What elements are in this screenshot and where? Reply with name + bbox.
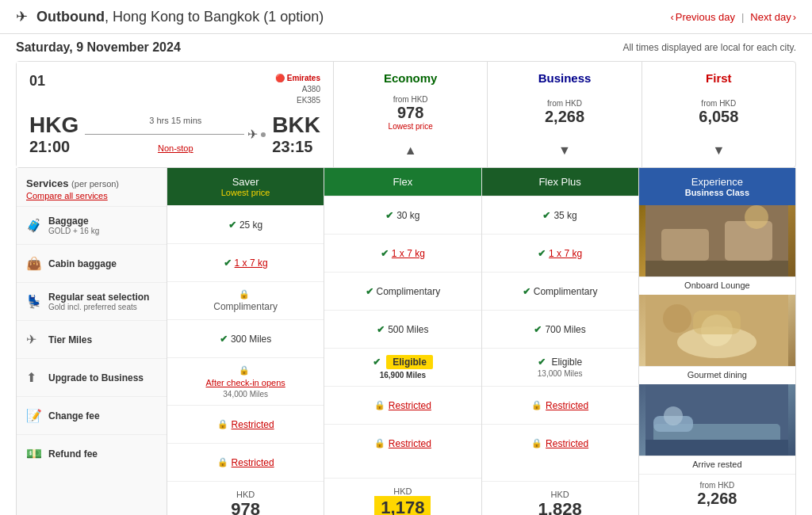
flex-title: Flex	[332, 176, 473, 188]
origin-code: HKG	[29, 113, 79, 138]
flex-cabin: ✔ 1 x 7 kg	[324, 234, 481, 272]
saver-price: 978	[175, 499, 316, 515]
services-labels: Services (per person) Compare all servic…	[17, 168, 167, 515]
sleep-svg	[645, 384, 788, 456]
refund-icon: 💵	[26, 446, 42, 461]
services-title: Services	[26, 177, 71, 189]
flight-row: 01 🔴 Emirates A380 EK385 HKG 21:00 3 hrs…	[16, 61, 796, 168]
svg-rect-8	[693, 311, 741, 334]
dining-block: Gourmet dining	[639, 295, 795, 384]
services-table: Services (per person) Compare all servic…	[16, 168, 796, 515]
experience-price: 2,268	[647, 490, 787, 508]
flex-plus-change-restricted[interactable]: Restricted	[546, 400, 588, 411]
saver-cabin-link[interactable]: 1 x 7 kg	[235, 258, 268, 269]
svg-rect-2	[725, 221, 772, 261]
flex-plus-header: Flex Plus	[482, 168, 638, 196]
economy-chevron[interactable]: ▲	[404, 143, 417, 158]
lock-icon: 🔒	[239, 289, 250, 299]
upgrade-icon: ⬆	[26, 370, 42, 385]
origin-block: HKG 21:00	[29, 113, 79, 156]
lock-icon: 🔒	[217, 419, 228, 429]
experience-header-title: Experience	[647, 176, 787, 188]
sleep-block: Arrive rested	[639, 384, 795, 474]
baggage-icon: 🧳	[26, 218, 42, 233]
dest-code: BKK	[272, 113, 320, 138]
saver-subtitle: Lowest price	[175, 188, 316, 197]
dot	[261, 132, 266, 137]
business-chevron[interactable]: ▼	[558, 143, 571, 158]
flight-info: 01 🔴 Emirates A380 EK385 HKG 21:00 3 hrs…	[17, 62, 334, 167]
flex-change-restricted[interactable]: Restricted	[389, 400, 431, 411]
fare-col-business: Business from HKD 2,268 ▼	[488, 62, 642, 167]
saver-baggage: ✔ 25 kg	[167, 205, 324, 243]
experience-header-subtitle: Business Class	[647, 188, 787, 197]
subheader: Saturday, 9 November 2024 All times disp…	[0, 34, 812, 61]
flex-plus-seat: ✔ Complimentary	[482, 272, 638, 310]
service-row-refund: 💵 Refund fee	[17, 434, 167, 472]
lock-icon: 🔒	[374, 400, 385, 410]
fare-col-flex-plus: Flex Plus ✔ 35 kg ✔ 1 x 7 kg ✔ Complimen…	[482, 168, 639, 515]
economy-label: Economy	[384, 71, 438, 85]
experience-header: Experience Business Class	[639, 168, 795, 205]
services-label-header: Services (per person) Compare all servic…	[17, 168, 167, 206]
flex-miles: ✔ 500 Miles	[324, 310, 481, 348]
top-header: ✈ Outbound, Hong Kong to Bangkok (1 opti…	[0, 0, 812, 34]
flight-number: 01	[29, 73, 45, 90]
lounge-image	[639, 205, 795, 277]
dining-image	[639, 295, 795, 366]
flex-plus-cabin-link[interactable]: 1 x 7 kg	[549, 248, 582, 259]
next-day-link[interactable]: Next day ›	[750, 11, 796, 23]
flight-arrow: 3 hrs 15 mins ✈ Non-stop	[85, 116, 266, 153]
lock-icon: 🔒	[217, 457, 228, 467]
day-navigation: ‹ Previous day | Next day ›	[670, 11, 796, 23]
lock-icon: 🔒	[531, 438, 542, 448]
svg-rect-4	[645, 261, 788, 277]
header-title: ✈ Outbound, Hong Kong to Bangkok (1 opti…	[16, 8, 324, 25]
flight-duration: 3 hrs 15 mins	[149, 116, 201, 125]
after-checkin-link[interactable]: After check-in opens	[205, 378, 285, 387]
flex-plus-upgrade-miles: 13,000 Miles	[538, 369, 583, 378]
saver-refund-restricted[interactable]: Restricted	[232, 457, 274, 468]
flex-plus-baggage: ✔ 35 kg	[482, 196, 638, 234]
experience-from: from HKD	[647, 481, 787, 490]
flex-cabin-link[interactable]: 1 x 7 kg	[392, 248, 425, 259]
compare-all-link[interactable]: Compare all services	[26, 191, 108, 200]
saver-change: 🔒 Restricted	[167, 405, 324, 443]
dining-label: Gourmet dining	[639, 366, 795, 384]
miles-icon: ✈	[26, 332, 42, 347]
fare-col-economy: Economy from HKD 978 Lowest price ▲	[334, 62, 488, 167]
route-row: HKG 21:00 3 hrs 15 mins ✈ Non-stop BKK 2…	[29, 113, 320, 156]
flex-plus-price: 1,828	[490, 499, 630, 515]
fare-col-experience: Experience Business Class	[639, 168, 795, 515]
lock-icon: 🔒	[239, 365, 250, 375]
flex-price-footer: HKD 1,178	[324, 478, 481, 515]
svg-rect-14	[645, 440, 788, 456]
flex-plus-cabin: ✔ 1 x 7 kg	[482, 234, 638, 272]
flight-code: EK385	[275, 95, 320, 106]
dest-time: 23:15	[272, 138, 320, 156]
saver-cabin: ✔ 1 x 7 kg	[167, 243, 324, 281]
flex-header: Flex	[324, 168, 481, 196]
options-label: (1 option)	[263, 9, 324, 25]
nonstop-link[interactable]: Non-stop	[158, 143, 193, 153]
business-label: Business	[538, 71, 592, 85]
flex-refund-restricted[interactable]: Restricted	[389, 438, 431, 449]
service-row-upgrade: ⬆ Upgrade to Business	[17, 358, 167, 396]
service-row-baggage: 🧳 Baggage GOLD + 16 kg	[17, 206, 167, 244]
saver-price-footer: HKD 978	[167, 481, 324, 515]
aircraft-type: A380	[275, 84, 320, 95]
flex-plus-upgrade: ✔ Eligible 13,000 Miles	[482, 348, 638, 386]
first-chevron[interactable]: ▼	[712, 143, 725, 158]
emirates-logo: 🔴 Emirates	[275, 73, 320, 84]
saver-seat: 🔒 Complimentary	[167, 281, 324, 319]
prev-day-link[interactable]: ‹ Previous day	[670, 11, 735, 23]
service-row-seat: 💺 Regular seat selection Gold incl. pref…	[17, 282, 167, 320]
flex-plus-title: Flex Plus	[490, 176, 630, 188]
flight-line: ✈	[85, 127, 266, 142]
saver-change-restricted[interactable]: Restricted	[232, 419, 274, 430]
flex-plus-change: 🔒 Restricted	[482, 386, 638, 424]
sleep-label: Arrive rested	[639, 456, 795, 474]
fare-col-saver: Saver Lowest price ✔ 25 kg ✔ 1 x 7 kg 🔒 …	[167, 168, 324, 515]
flex-plus-refund-restricted[interactable]: Restricted	[546, 438, 588, 449]
seat-icon: 💺	[26, 294, 42, 309]
